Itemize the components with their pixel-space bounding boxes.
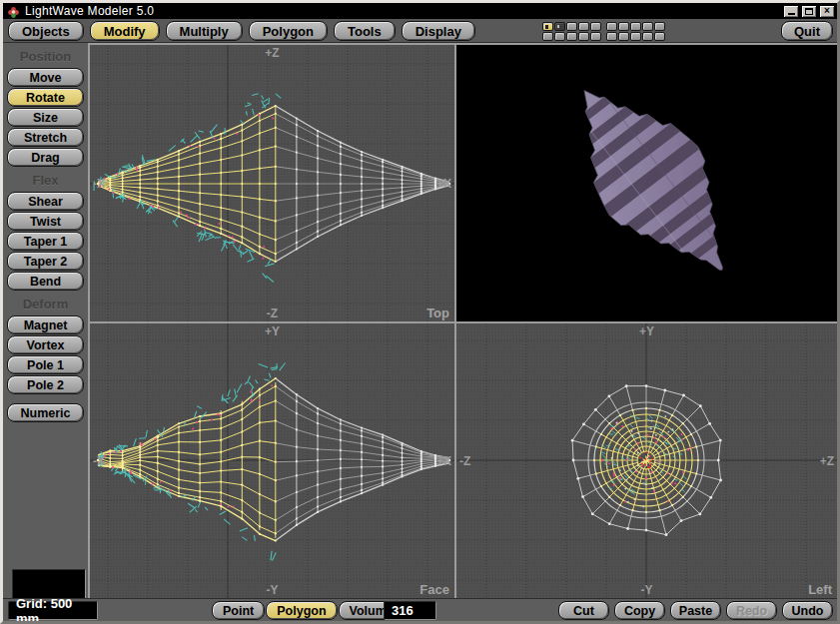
edit-actions: CutCopyPasteRedoUndo	[558, 601, 833, 620]
tool-pole-1-button[interactable]: Pole 1	[7, 355, 84, 374]
viewport-name: Left	[808, 582, 832, 597]
window-title: LightWave Modeler 5.0	[25, 4, 154, 18]
bank-selector[interactable]	[542, 22, 665, 41]
axis-label: -Z	[459, 454, 470, 468]
tool-pole-2-button[interactable]: Pole 2	[7, 375, 84, 394]
tab-polygon[interactable]: Polygon	[249, 21, 328, 41]
bank-button-0-6[interactable]	[618, 22, 629, 31]
tool-taper-2-button[interactable]: Taper 2	[7, 252, 84, 271]
bank-button-1-3[interactable]	[578, 32, 589, 41]
selection-mode-group: PointPolygonVolume	[212, 601, 405, 620]
titlebar[interactable]: LightWave Modeler 5.0 ×	[3, 3, 837, 19]
action-copy-button[interactable]: Copy	[614, 601, 665, 620]
close-icon: ×	[824, 6, 830, 16]
tool-bend-button[interactable]: Bend	[7, 272, 84, 291]
minimize-button[interactable]	[783, 5, 799, 18]
bank-button-1-6[interactable]	[618, 32, 629, 41]
face-viewport-canvas	[90, 323, 454, 598]
axis-label: -Y	[641, 583, 653, 597]
numeric-button[interactable]: Numeric	[7, 403, 84, 422]
bank-button-1-0[interactable]	[542, 32, 553, 41]
maximize-icon	[805, 8, 813, 15]
viewport-grid: +Z -X +X -Z Top +Y -X +X -Y Face +Y	[88, 43, 837, 598]
app-window: LightWave Modeler 5.0 × ObjectsModifyMul…	[0, 0, 840, 624]
bank-button-1-2[interactable]	[566, 32, 577, 41]
maximize-button[interactable]	[801, 5, 817, 18]
axis-label: +Y	[639, 324, 654, 338]
tool-shear-button[interactable]: Shear	[7, 192, 84, 211]
viewport-name: Top	[426, 306, 449, 320]
bank-button-0-1[interactable]	[554, 22, 565, 31]
grid-size-display: Grid: 500 mm	[8, 601, 98, 620]
polygon-count-display: 316	[384, 601, 436, 620]
action-undo-button[interactable]: Undo	[782, 601, 833, 620]
axis-label: +X	[436, 454, 451, 468]
tool-drag-button[interactable]: Drag	[7, 148, 84, 167]
left-viewport-canvas	[456, 323, 837, 598]
bank-button-1-4[interactable]	[590, 32, 601, 41]
axis-label: +Z	[265, 46, 279, 60]
section-header-deform: Deform	[7, 297, 84, 312]
viewport-perspective[interactable]	[456, 45, 837, 321]
bank-button-0-9[interactable]	[654, 22, 665, 31]
bank-button-0-0[interactable]	[542, 22, 553, 31]
bank-button-0-7[interactable]	[630, 22, 641, 31]
viewport-face[interactable]: +Y -X +X -Y Face	[90, 323, 454, 598]
tool-magnet-button[interactable]: Magnet	[7, 315, 84, 334]
app-icon	[7, 5, 20, 18]
bank-button-1-7[interactable]	[630, 32, 641, 41]
viewport-top[interactable]: +Z -X +X -Z Top	[90, 45, 454, 321]
tool-rotate-button[interactable]: Rotate	[7, 88, 84, 107]
axis-label: +X	[436, 177, 451, 191]
action-cut-button[interactable]: Cut	[558, 601, 609, 620]
tool-move-button[interactable]: Move	[7, 68, 84, 87]
tab-objects[interactable]: Objects	[8, 21, 84, 41]
axis-label: +Y	[265, 324, 280, 338]
tool-twist-button[interactable]: Twist	[7, 212, 84, 231]
axis-label: -Y	[267, 583, 279, 597]
section-header-flex: Flex	[7, 173, 84, 188]
bank-button-1-1[interactable]	[554, 32, 565, 41]
tool-size-button[interactable]: Size	[7, 108, 84, 127]
bank-button-1-8[interactable]	[642, 32, 653, 41]
axis-label: -Z	[267, 307, 278, 320]
bank-button-0-5[interactable]	[606, 22, 617, 31]
perspective-viewport-canvas	[456, 45, 837, 321]
minimize-icon	[788, 13, 795, 15]
bank-button-1-5[interactable]	[606, 32, 617, 41]
action-paste-button[interactable]: Paste	[670, 601, 721, 620]
axis-label: +Z	[820, 454, 834, 468]
mode-polygon-button[interactable]: Polygon	[266, 601, 337, 620]
main-toolbar: ObjectsModifyMultiplyPolygonToolsDisplay…	[3, 19, 837, 43]
tool-stretch-button[interactable]: Stretch	[7, 128, 84, 147]
tool-taper-1-button[interactable]: Taper 1	[7, 232, 84, 251]
tool-vortex-button[interactable]: Vortex	[7, 335, 84, 354]
bank-button-1-9[interactable]	[654, 32, 665, 41]
statusbar: Grid: 500 mm PointPolygonVolume 316 CutC…	[3, 598, 837, 621]
section-header-position: Position	[7, 49, 84, 64]
bank-button-0-4[interactable]	[590, 22, 601, 31]
tool-sidebar: PositionMoveRotateSizeStretchDragFlexShe…	[3, 43, 88, 598]
tab-modify[interactable]: Modify	[90, 21, 160, 41]
tab-multiply[interactable]: Multiply	[166, 21, 243, 41]
tab-display[interactable]: Display	[402, 21, 475, 41]
quit-button[interactable]: Quit	[781, 21, 833, 41]
axis-label: -X	[93, 177, 105, 191]
action-redo-button[interactable]: Redo	[726, 601, 777, 620]
axis-label: -X	[93, 454, 105, 468]
bank-button-0-3[interactable]	[578, 22, 589, 31]
bank-button-0-8[interactable]	[642, 22, 653, 31]
close-button[interactable]: ×	[819, 5, 835, 18]
menu-tabs: ObjectsModifyMultiplyPolygonToolsDisplay	[8, 21, 475, 41]
bank-button-0-2[interactable]	[566, 22, 577, 31]
mode-point-button[interactable]: Point	[212, 601, 265, 620]
viewport-name: Face	[420, 582, 449, 597]
viewport-left[interactable]: +Y -Z +Z -Y Left	[456, 323, 837, 598]
window-controls: ×	[783, 5, 835, 18]
tab-tools[interactable]: Tools	[334, 21, 396, 41]
top-viewport-canvas	[90, 45, 454, 321]
